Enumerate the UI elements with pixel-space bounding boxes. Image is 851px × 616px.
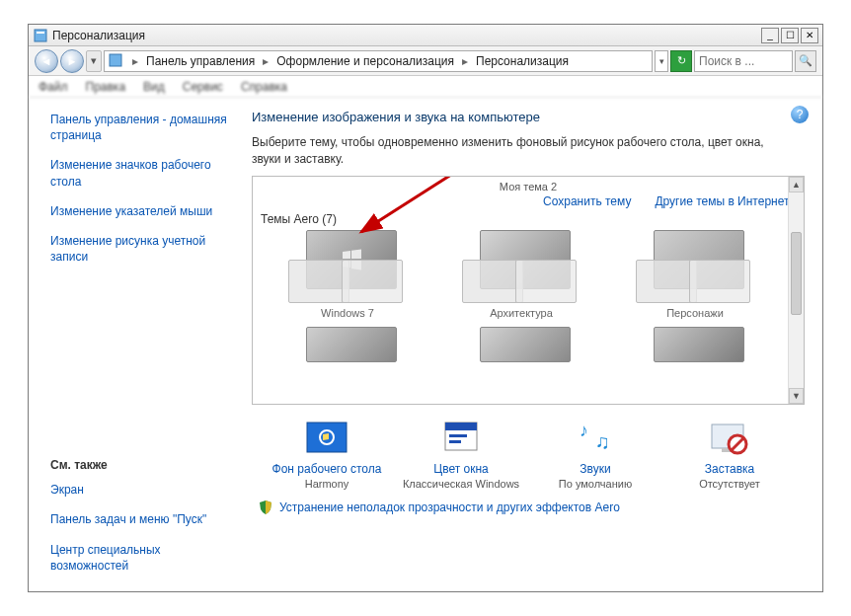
- search-button[interactable]: 🔍: [795, 50, 816, 72]
- minimize-button[interactable]: _: [761, 28, 779, 43]
- svg-text:♪: ♪: [580, 421, 588, 440]
- sidebar-change-cursors[interactable]: Изменение указателей мыши: [50, 203, 232, 219]
- sidebar-cp-home[interactable]: Панель управления - домашняя страница: [50, 112, 232, 143]
- theme-characters[interactable]: Персонажи: [626, 230, 764, 319]
- theme-row: Windows 7 Архитектура: [261, 230, 796, 319]
- menu-service[interactable]: Сервис: [183, 80, 223, 94]
- address-bar[interactable]: ▸ Панель управления ▸ Оформление и персо…: [104, 50, 653, 72]
- sidebar: Панель управления - домашняя страница Из…: [29, 98, 242, 591]
- address-icon: [109, 53, 124, 69]
- svg-rect-7: [445, 423, 477, 430]
- nav-bar: ◄ ► ▾ ▸ Панель управления ▸ Оформление и…: [29, 46, 822, 76]
- close-button[interactable]: ✕: [801, 28, 818, 43]
- menu-edit[interactable]: Правка: [86, 80, 126, 94]
- chevron-icon: ▸: [128, 54, 142, 68]
- desktop-background-label: Фон рабочего стола: [263, 462, 391, 476]
- prev-theme-label: Моя тема 2: [261, 181, 796, 192]
- window-color-icon: [439, 419, 483, 458]
- title-bar: Персонализация _ ☐ ✕: [29, 25, 822, 46]
- back-button[interactable]: ◄: [35, 49, 58, 73]
- sidebar-screen[interactable]: Экран: [50, 482, 232, 498]
- desktop-background-icon: [305, 419, 348, 458]
- screensaver-card[interactable]: Заставка Отсутствует: [665, 419, 794, 490]
- window-title: Персонализация: [52, 29, 761, 42]
- sidebar-taskbar[interactable]: Панель задач и меню "Пуск": [50, 511, 232, 527]
- window-color-card[interactable]: Цвет окна Классическая Windows: [397, 419, 525, 490]
- menu-view[interactable]: Вид: [143, 80, 165, 94]
- svg-rect-0: [35, 30, 46, 41]
- troubleshoot-row: Устранение неполадок прозрачности и друг…: [252, 500, 805, 515]
- main-pane: ? Изменение изображения и звука на компь…: [242, 98, 822, 591]
- sounds-value: По умолчанию: [531, 478, 659, 490]
- maximize-button[interactable]: ☐: [781, 28, 799, 43]
- forward-button[interactable]: ►: [60, 49, 84, 73]
- breadcrumb-personalization[interactable]: Персонализация: [476, 54, 569, 68]
- scroll-down-button[interactable]: ▼: [789, 388, 804, 404]
- scroll-up-button[interactable]: ▲: [789, 177, 804, 192]
- theme-thumb: [462, 230, 580, 303]
- chevron-icon: ▸: [458, 54, 472, 68]
- screensaver-value: Отсутствует: [665, 478, 794, 490]
- sounds-icon: ♪♫: [574, 419, 617, 458]
- address-dropdown[interactable]: ▾: [655, 50, 668, 72]
- svg-rect-9: [449, 440, 461, 443]
- online-themes-link[interactable]: Другие темы в Интернете: [655, 194, 796, 208]
- theme-actions: Сохранить тему Другие темы в Интернете: [261, 194, 796, 208]
- refresh-button[interactable]: ↻: [670, 50, 692, 72]
- theme-row-next: [261, 327, 796, 366]
- sounds-card[interactable]: ♪♫ Звуки По умолчанию: [531, 419, 659, 490]
- window-buttons: _ ☐ ✕: [761, 28, 818, 43]
- page-heading: Изменение изображения и звука на компьют…: [252, 110, 805, 124]
- content-area: Панель управления - домашняя страница Из…: [29, 98, 822, 591]
- theme-label: Windows 7: [278, 307, 417, 319]
- theme-thumb: [288, 230, 407, 303]
- svg-rect-8: [449, 434, 467, 437]
- shield-icon: [258, 500, 273, 515]
- scrollbar[interactable]: ▲ ▼: [788, 177, 804, 404]
- theme-label: Персонажи: [626, 307, 764, 319]
- theme-architecture[interactable]: Архитектура: [452, 230, 590, 319]
- window-color-value: Классическая Windows: [397, 478, 525, 490]
- settings-row: Фон рабочего стола Harmony Цвет окна Кла…: [252, 405, 805, 490]
- aero-section-label: Темы Aero (7): [261, 212, 796, 226]
- window-frame: Персонализация _ ☐ ✕ ◄ ► ▾ ▸ Панель упра…: [28, 24, 823, 592]
- svg-text:♫: ♫: [595, 430, 610, 452]
- theme-windows7[interactable]: Windows 7: [278, 230, 417, 319]
- desktop-background-card[interactable]: Фон рабочего стола Harmony: [263, 419, 391, 490]
- sidebar-change-icons[interactable]: Изменение значков рабочего стола: [50, 157, 232, 189]
- sidebar-change-picture[interactable]: Изменение рисунка учетной записи: [50, 233, 232, 265]
- theme-thumb: [636, 230, 754, 303]
- desktop-background-value: Harmony: [263, 478, 391, 490]
- screensaver-icon: [708, 419, 751, 458]
- help-icon[interactable]: ?: [791, 106, 809, 123]
- svg-rect-2: [110, 54, 121, 66]
- chevron-icon: ▸: [259, 54, 272, 68]
- window-icon: [33, 28, 48, 43]
- scroll-thumb[interactable]: [791, 232, 802, 315]
- window-color-label: Цвет окна: [397, 462, 525, 476]
- breadcrumb-cp[interactable]: Панель управления: [146, 54, 255, 68]
- menu-bar: Файл Правка Вид Сервис Справка: [29, 76, 822, 98]
- search-box[interactable]: [694, 50, 793, 72]
- theme-peek[interactable]: [278, 327, 417, 366]
- sounds-label: Звуки: [531, 462, 659, 476]
- page-subtext: Выберите тему, чтобы одновременно измени…: [252, 134, 765, 168]
- menu-help[interactable]: Справка: [241, 80, 287, 94]
- theme-label: Архитектура: [452, 307, 590, 319]
- screensaver-label: Заставка: [665, 462, 794, 476]
- troubleshoot-link[interactable]: Устранение неполадок прозрачности и друг…: [279, 500, 620, 514]
- search-input[interactable]: [699, 54, 768, 68]
- themes-list: Моя тема 2 Сохранить тему Другие темы в …: [252, 176, 805, 405]
- sidebar-ease-of-access[interactable]: Центр специальных возможностей: [50, 542, 232, 574]
- history-dropdown[interactable]: ▾: [86, 50, 102, 72]
- breadcrumb-appearance[interactable]: Оформление и персонализация: [276, 54, 454, 68]
- save-theme-link[interactable]: Сохранить тему: [543, 194, 631, 208]
- menu-file[interactable]: Файл: [39, 80, 68, 94]
- see-also-heading: См. также: [50, 458, 232, 472]
- theme-peek[interactable]: [452, 327, 590, 366]
- svg-rect-1: [37, 32, 44, 34]
- theme-peek[interactable]: [626, 327, 764, 366]
